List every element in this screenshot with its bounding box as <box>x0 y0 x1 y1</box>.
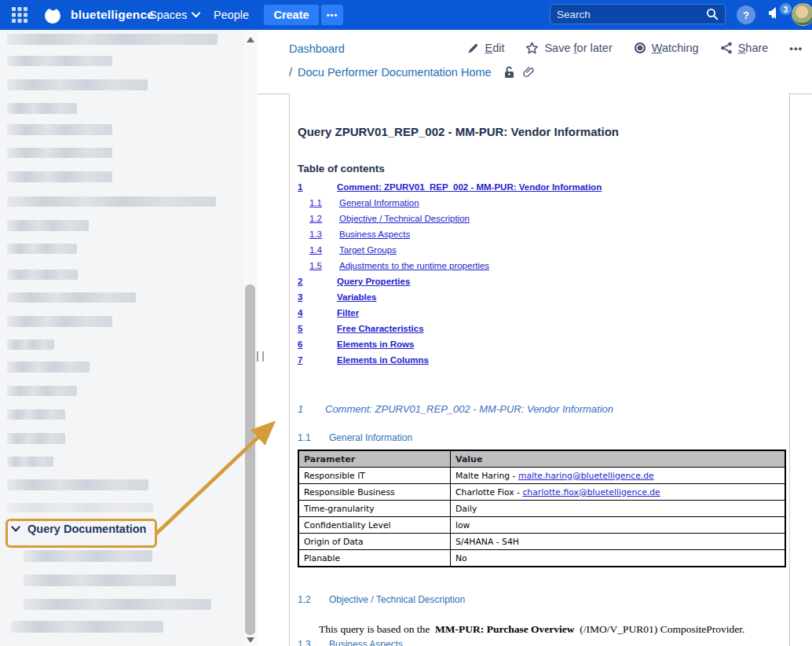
toc-entry-link[interactable]: Filter <box>337 308 359 317</box>
sidebar-skeleton-item <box>7 34 218 45</box>
navbar-more-button[interactable]: ••• <box>321 5 343 25</box>
pencil-icon <box>467 42 479 54</box>
create-button[interactable]: Create <box>264 5 319 25</box>
section-heading-1-3: 1.3Business Aspects <box>298 639 403 646</box>
toc-entry-number[interactable]: 3 <box>298 292 302 302</box>
sidebar-resize-handle[interactable] <box>257 351 264 362</box>
star-icon <box>525 42 539 54</box>
breadcrumb-current-page[interactable]: Docu Performer Documentation Home <box>298 66 492 79</box>
edit-button[interactable]: Edit <box>467 42 504 54</box>
toc-entry: 1.2Objective / Technical Description <box>298 214 781 229</box>
paperclip-icon[interactable] <box>523 66 535 79</box>
parameter-cell: Confidentiality Level <box>298 517 451 534</box>
app-switcher-icon[interactable] <box>11 0 30 30</box>
page-more-actions-button[interactable]: ••• <box>789 42 803 54</box>
section-heading-1-2: 1.2Objective / Technical Description <box>298 594 465 605</box>
sidebar-skeleton-item <box>24 550 152 562</box>
brand-name[interactable]: bluetelligence <box>71 0 154 30</box>
scrollbar-up-arrow[interactable] <box>245 35 255 45</box>
search-box[interactable] <box>550 4 726 24</box>
toc-entry-link[interactable]: Adjustments to the runtime properties <box>339 261 489 270</box>
save-for-later-button[interactable]: Save for later <box>525 42 612 54</box>
sidebar: Query Documentation <box>0 30 257 646</box>
toc-entry-number[interactable]: 1.4 <box>309 245 322 255</box>
toc-entry-number[interactable]: 1.2 <box>309 214 322 223</box>
breadcrumb-dashboard[interactable]: Dashboard <box>289 42 345 55</box>
toc-entry-link[interactable]: Free Characteristics <box>337 324 424 333</box>
toc-entry-link[interactable]: General Information <box>339 198 419 207</box>
sidebar-skeleton-item <box>7 316 112 327</box>
toc-entry-number[interactable]: 4 <box>298 308 302 317</box>
sidebar-item-label: Query Documentation <box>27 523 146 535</box>
sidebar-scrollbar-thumb[interactable] <box>245 284 255 635</box>
toc-entry: 6Elements in Rows <box>298 340 781 355</box>
sidebar-skeleton-item <box>24 574 176 586</box>
toc-entry-link[interactable]: Elements in Rows <box>337 340 414 349</box>
scrollbar-down-arrow[interactable] <box>245 635 255 645</box>
parameter-cell: Responsible IT <box>298 468 451 484</box>
toc-entry-number[interactable]: 1.1 <box>309 198 322 207</box>
sidebar-skeleton-item <box>7 409 65 420</box>
toc-entry-number[interactable]: 2 <box>298 277 302 286</box>
toc-entry-link[interactable]: Objective / Technical Description <box>339 214 470 223</box>
sidebar-skeleton-item <box>24 599 211 610</box>
email-link[interactable]: charlotte.fiox@bluetelligence.de <box>522 487 660 497</box>
nav-spaces[interactable]: Spaces <box>149 0 200 30</box>
toc-entry-number[interactable]: 7 <box>298 355 302 365</box>
value-cell: Daily <box>451 501 786 517</box>
toc-entry-link[interactable]: Comment: ZPURV01_REP_002 - MM-PUR: Vendo… <box>337 182 602 192</box>
share-button[interactable]: Share <box>720 42 769 54</box>
watching-button[interactable]: Watching <box>634 42 699 54</box>
toc-entry: 5Free Characteristics <box>298 324 781 340</box>
toc-entry-link[interactable]: Elements in Columns <box>337 355 429 365</box>
unlock-icon[interactable] <box>503 66 515 79</box>
toc-entry-number[interactable]: 1.3 <box>309 229 322 239</box>
column-header-parameter: Parameter <box>298 450 451 468</box>
toc-entry-link[interactable]: Variables <box>337 292 377 302</box>
notifications-icon[interactable]: 3 <box>766 5 793 27</box>
toc-entry-link[interactable]: Business Aspects <box>339 229 410 239</box>
main-content: Dashboard / Docu Performer Documentation… <box>257 30 812 646</box>
user-avatar[interactable] <box>792 3 812 26</box>
watching-eye-icon <box>634 42 646 54</box>
value-cell: low <box>451 517 786 534</box>
top-navbar: bluetelligence Spaces People Create ••• … <box>0 0 812 30</box>
section-heading-1-1: 1.1General Information <box>298 432 412 443</box>
toc-entry-link[interactable]: Target Groups <box>339 245 397 255</box>
sidebar-item-query-documentation[interactable]: Query Documentation <box>11 523 146 535</box>
section-heading-1: 1Comment: ZPURV01_REP_002 - MM-PUR: Vend… <box>298 403 613 415</box>
email-link[interactable]: malte.haring@bluetelligence.de <box>518 471 654 481</box>
sidebar-skeleton-item <box>7 56 112 66</box>
nav-people[interactable]: People <box>214 0 249 30</box>
toc-entry: 4Filter <box>298 308 781 324</box>
search-input[interactable] <box>550 9 706 20</box>
sidebar-skeleton-item <box>7 244 77 254</box>
parameter-cell: Time-granularity <box>298 501 451 517</box>
toc-entry-number[interactable]: 1.5 <box>309 261 322 270</box>
table-row: Origin of DataS/4HANA - S4H <box>298 534 785 550</box>
toc-entry-number[interactable]: 1 <box>298 182 302 192</box>
toc-entry-number[interactable]: 6 <box>298 340 302 349</box>
chevron-down-icon <box>192 12 200 18</box>
brand-logo-icon[interactable] <box>42 0 64 30</box>
table-row: Time-granularityDaily <box>298 501 785 517</box>
toc-entry-number[interactable]: 5 <box>298 324 302 333</box>
sidebar-skeleton-item <box>7 124 112 135</box>
share-icon <box>720 42 733 54</box>
help-icon[interactable]: ? <box>737 6 755 24</box>
sidebar-skeleton-item <box>7 79 148 90</box>
sidebar-skeleton-item <box>7 103 77 114</box>
value-cell: S/4HANA - S4H <box>451 534 786 550</box>
document-title: Query ZPURV01_REP_002 - MM-PUR: Vendor I… <box>298 125 619 138</box>
toc-entry: 1.1General Information <box>298 198 781 214</box>
toc-entry: 7Elements in Columns <box>298 355 781 371</box>
toc-entry: 1.5Adjustments to the runtime properties <box>298 261 781 277</box>
sidebar-skeleton-item <box>7 503 153 512</box>
value-cell: Malte Haring - malte.haring@bluetelligen… <box>451 468 786 484</box>
parameter-cell: Responsible Business <box>298 484 451 501</box>
sidebar-skeleton-item <box>7 171 112 182</box>
toc-entry-link[interactable]: Query Properties <box>337 277 410 286</box>
search-icon[interactable] <box>706 8 719 20</box>
value-cell: No <box>451 550 786 567</box>
grid-icon <box>11 6 28 24</box>
